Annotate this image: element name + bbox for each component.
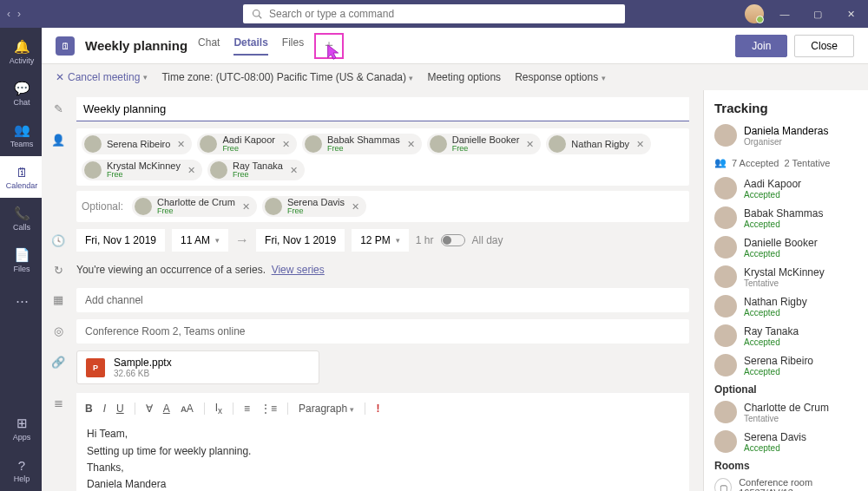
avatar: [549, 135, 566, 153]
cancel-meeting[interactable]: ✕ Cancel meeting ▾: [56, 71, 148, 83]
italic-button[interactable]: I: [103, 403, 106, 415]
avatar: [714, 324, 737, 347]
location-icon: ◎: [49, 319, 68, 337]
important-button[interactable]: !: [376, 403, 379, 415]
avatar: [135, 198, 152, 215]
remove-icon[interactable]: ✕: [407, 139, 415, 150]
attachment-icon: 🔗: [49, 350, 68, 369]
tracking-summary: 👥 7 Accepted 2 Tentative: [714, 157, 858, 168]
font-size-button[interactable]: ᴀA: [181, 403, 194, 415]
rail-item-files[interactable]: 📄Files: [0, 239, 42, 281]
join-button[interactable]: Join: [735, 35, 787, 57]
response-options[interactable]: Response options ▾: [515, 71, 605, 83]
nav-back[interactable]: ‹: [7, 8, 10, 20]
optional-attendee-list[interactable]: Optional: Charlotte de CrumFree✕Serena D…: [76, 191, 689, 222]
people-icon: 👥: [714, 157, 727, 168]
attendee-chip[interactable]: Ray TanakaFree✕: [207, 160, 305, 180]
meeting-title: Weekly planning: [85, 38, 187, 53]
meeting-header: 🗓 Weekly planning ChatDetailsFiles ＋ Joi…: [42, 28, 868, 64]
attendee-chip[interactable]: Serena DavisFree✕: [262, 196, 366, 217]
remove-icon[interactable]: ✕: [526, 139, 534, 150]
tab-chat[interactable]: Chat: [198, 36, 220, 56]
calendar-icon: 🗓: [56, 36, 75, 56]
remove-icon[interactable]: ✕: [636, 139, 644, 150]
attendee-chip[interactable]: Serena Ribeiro✕: [82, 134, 192, 154]
organiser-role: Organiser: [744, 137, 828, 147]
timezone-selector[interactable]: Time zone: (UTC-08:00) Pacific Time (US …: [161, 71, 413, 83]
view-series-link[interactable]: View series: [272, 264, 325, 276]
add-channel-input[interactable]: Add channel: [76, 288, 689, 312]
tracking-person: Krystal McKinneyTentative: [714, 265, 858, 288]
tab-files[interactable]: Files: [282, 36, 304, 56]
options-bar: ✕ Cancel meeting ▾ Time zone: (UTC-08:00…: [42, 64, 868, 90]
clear-format-button[interactable]: Ix: [215, 402, 222, 416]
attendee-chip[interactable]: Babak ShammasFree✕: [302, 134, 422, 154]
attendee-chip[interactable]: Krystal McKinneyFree✕: [82, 160, 202, 180]
attachment-size: 32.66 KB: [114, 369, 172, 378]
rail-item-activity[interactable]: 🔔Activity: [0, 31, 42, 73]
rail-item-calendar[interactable]: 🗓Calendar: [0, 156, 42, 198]
avatar: [200, 135, 217, 153]
underline-button[interactable]: U: [116, 403, 124, 415]
tracking-person: Danielle BookerAccepted: [714, 236, 858, 259]
location-input[interactable]: Conference Room 2, Teams online: [76, 319, 689, 344]
rail-item-teams[interactable]: 👥Teams: [0, 115, 42, 156]
series-note: You're viewing an occurrence of a series…: [76, 264, 266, 276]
editor-body[interactable]: Hi Team,Setting up time for weekly plann…: [85, 422, 681, 491]
remove-icon[interactable]: ✕: [282, 139, 290, 150]
duration-label: 1 hr: [416, 234, 434, 246]
search-box[interactable]: Search or type a command: [243, 4, 625, 23]
bold-button[interactable]: B: [85, 403, 93, 415]
pptx-icon: P: [86, 358, 105, 377]
remove-icon[interactable]: ✕: [187, 165, 195, 176]
rooms-section: Rooms: [714, 460, 858, 472]
remove-icon[interactable]: ✕: [177, 139, 185, 150]
tracking-person: Ray TanakaAccepted: [714, 324, 858, 347]
subject-input[interactable]: [76, 97, 689, 121]
tracking-person: Serena RibeiroAccepted: [714, 354, 858, 376]
meeting-options[interactable]: Meeting options: [427, 71, 501, 83]
rich-editor[interactable]: B I U ∀ A ᴀA Ix ≡ ⋮≡: [76, 393, 689, 491]
attendee-chip[interactable]: Danielle BookerFree✕: [427, 134, 542, 154]
end-date[interactable]: Fri, Nov 1 2019: [256, 229, 345, 252]
numbered-list-button[interactable]: ≡: [244, 403, 250, 415]
nav-fwd[interactable]: ›: [17, 8, 21, 20]
remove-icon[interactable]: ✕: [242, 201, 250, 213]
clock-icon: 🕓: [49, 229, 68, 247]
titlebar: ‹ › Search or type a command — ▢ ✕: [0, 0, 868, 28]
meeting-form: ✎ 👤 Serena Ribeiro✕Aadi KapoorFree✕Babak…: [42, 90, 703, 491]
avatar: [210, 161, 227, 179]
window-minimize[interactable]: —: [773, 3, 797, 25]
user-avatar[interactable]: [745, 4, 764, 23]
rail-item-more[interactable]: ⋯: [0, 281, 42, 323]
close-button[interactable]: Close: [794, 35, 854, 57]
attendee-chip[interactable]: Aadi KapoorFree✕: [197, 134, 297, 154]
forall-button[interactable]: ∀: [146, 403, 153, 415]
paragraph-dropdown[interactable]: Paragraph ▾: [299, 403, 354, 415]
tracking-panel: Tracking Daniela Manderas Organiser 👥 7 …: [703, 90, 868, 491]
allday-toggle[interactable]: [441, 234, 465, 246]
tab-details[interactable]: Details: [233, 36, 267, 56]
window-maximize[interactable]: ▢: [806, 3, 830, 25]
window-close[interactable]: ✕: [838, 3, 863, 25]
rail-item-calls[interactable]: 📞Calls: [0, 198, 42, 239]
optional-label: Optional:: [82, 200, 123, 213]
remove-icon[interactable]: ✕: [352, 201, 359, 213]
editor-toolbar: B I U ∀ A ᴀA Ix ≡ ⋮≡: [85, 400, 681, 422]
rail-item-apps[interactable]: ⊞Apps: [0, 408, 42, 449]
font-color-button[interactable]: A: [163, 403, 170, 415]
rail-item-help[interactable]: ?Help: [0, 449, 42, 491]
end-time[interactable]: 12 PM▾: [352, 229, 409, 252]
rail-item-chat[interactable]: 💬Chat: [0, 73, 42, 115]
tracking-person: Charlotte de CrumTentative: [714, 401, 858, 423]
attendee-chip[interactable]: Charlotte de CrumFree✕: [132, 196, 257, 217]
remove-icon[interactable]: ✕: [290, 165, 298, 176]
add-tab-button[interactable]: ＋: [314, 33, 344, 59]
avatar: [714, 265, 737, 288]
bulleted-list-button[interactable]: ⋮≡: [260, 403, 277, 415]
start-date[interactable]: Fri, Nov 1 2019: [76, 229, 165, 252]
attendee-chip[interactable]: Nathan Rigby✕: [546, 134, 651, 154]
attendee-list[interactable]: Serena Ribeiro✕Aadi KapoorFree✕Babak Sha…: [76, 128, 689, 186]
start-time[interactable]: 11 AM▾: [172, 229, 228, 252]
attachment-card[interactable]: P Sample.pptx 32.66 KB: [76, 350, 319, 384]
